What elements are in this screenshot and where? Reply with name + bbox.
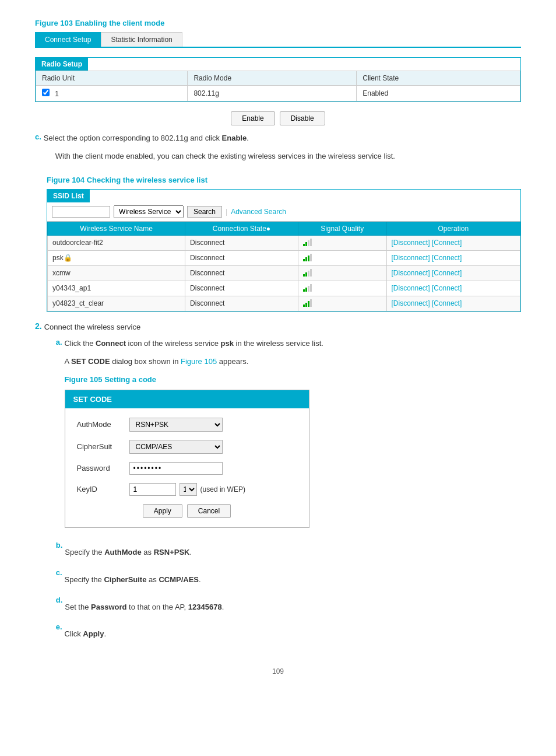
tab-statistic-info[interactable]: Statistic Information xyxy=(101,32,182,47)
signal-bars-1 xyxy=(303,253,312,261)
tab-connect-setup[interactable]: Connect Setup xyxy=(35,32,101,47)
disconnect-link-3[interactable]: [Disconnect] xyxy=(392,284,430,292)
ssid-state-4: Disconnect xyxy=(185,296,298,311)
authmode-label: AuthMode xyxy=(77,420,129,429)
ssid-table: Wireless Service Name Connection State● … xyxy=(47,222,520,312)
ssid-advanced-search-link[interactable]: Advanced Search xyxy=(231,208,286,216)
disable-button[interactable]: Disable xyxy=(280,111,325,125)
keyid-control: 1 (used in WEP) xyxy=(129,483,245,496)
password-row: Password xyxy=(77,462,297,475)
figure-105: Figure 105 Setting a code SET CODE AuthM… xyxy=(65,375,521,528)
connect-link-2[interactable]: [Connect] xyxy=(432,269,462,277)
step-2-content: Connect the wireless service a. Click th… xyxy=(44,321,521,650)
step-2d-label: d. xyxy=(56,596,63,620)
table-row: y04343_ap1 Disconnect [Disconnect] [Conn… xyxy=(48,281,520,296)
set-code-footer: Apply Cancel xyxy=(77,504,297,518)
ssid-op-0: [Disconnect] [Connect] xyxy=(386,235,520,250)
step-2a-sub: A SET CODE dialog box shown in Figure 10… xyxy=(65,356,521,368)
disconnect-link-2[interactable]: [Disconnect] xyxy=(392,269,430,277)
step-c-text: Select the option corresponding to 802.1… xyxy=(44,134,249,142)
tab-bar: Connect Setup Statistic Information xyxy=(35,32,521,48)
connect-link-0[interactable]: [Connect] xyxy=(432,239,462,247)
ssid-name-4: y04823_ct_clear xyxy=(48,296,185,311)
connect-link-4[interactable]: [Connect] xyxy=(432,299,462,307)
keyid-note: (used in WEP) xyxy=(200,485,245,494)
keyid-label: KeyID xyxy=(77,485,129,494)
page-number: 109 xyxy=(35,667,521,676)
connect-link-1[interactable]: [Connect] xyxy=(432,254,462,262)
step-2c-label: c. xyxy=(56,568,62,592)
keyid-input[interactable] xyxy=(129,483,176,496)
step-2a-label: a. xyxy=(56,338,62,537)
ssid-panel: SSID List Wireless Service Search | Adva… xyxy=(47,189,521,312)
step-2-block: 2. Connect the wireless service a. Click… xyxy=(35,321,521,650)
table-row: y04823_ct_clear Disconnect [Disconnect] … xyxy=(48,296,520,311)
radio-mode-cell: 802.11g xyxy=(188,86,357,102)
radio-checkbox[interactable] xyxy=(42,89,50,96)
password-control xyxy=(129,462,223,475)
authmode-row: AuthMode RSN+PSK xyxy=(77,418,297,432)
ssid-col-name: Wireless Service Name xyxy=(48,222,185,235)
ssid-name-3: y04343_ap1 xyxy=(48,281,185,296)
password-label: Password xyxy=(77,464,129,473)
ssid-op-3: [Disconnect] [Connect] xyxy=(386,281,520,296)
step-c-label: c. xyxy=(35,132,41,169)
ssid-toolbar: Wireless Service Search | Advanced Searc… xyxy=(47,202,520,222)
apply-button[interactable]: Apply xyxy=(143,504,182,518)
set-code-header: SET CODE xyxy=(65,390,309,408)
table-row: 1 802.11g Enabled xyxy=(36,86,520,102)
radio-setup-panel: Radio Setup Radio Unit Radio Mode Client… xyxy=(35,57,521,102)
col-client-state: Client State xyxy=(357,71,520,86)
figure-103-title: Figure 103 Enabling the client mode xyxy=(35,19,521,27)
ssid-state-0: Disconnect xyxy=(185,235,298,250)
ssid-op-1: [Disconnect] [Connect] xyxy=(386,250,520,265)
table-row: psk🔒 Disconnect [Disconnect] [Connect] xyxy=(48,250,520,265)
ciphersuit-select[interactable]: CCMP/AES xyxy=(129,440,223,454)
client-state-cell: Enabled xyxy=(357,86,520,102)
signal-bars-3 xyxy=(303,284,312,292)
password-input[interactable] xyxy=(129,462,223,475)
enable-button[interactable]: Enable xyxy=(231,111,275,125)
keyid-row: KeyID 1 (used in WEP) xyxy=(77,483,297,496)
step-2b-content: Specify the AuthMode as RSN+PSK. xyxy=(65,547,521,559)
ssid-col-signal: Signal Quality xyxy=(298,222,386,235)
fig105-link[interactable]: Figure 105 xyxy=(181,357,217,366)
step-2b-label: b. xyxy=(56,541,63,565)
step-c-sub: With the client mode enabled, you can ch… xyxy=(44,150,521,163)
ssid-filter-select[interactable]: Wireless Service xyxy=(114,205,184,218)
step-2e-content: Click Apply. xyxy=(65,628,521,640)
step-2a-content: Click the Connect icon of the wireless s… xyxy=(65,338,521,537)
ssid-op-2: [Disconnect] [Connect] xyxy=(386,265,520,281)
step-2d-content: Set the Password to that on the AP, 1234… xyxy=(65,601,521,614)
step-2e-block: e. Click Apply. xyxy=(44,622,521,646)
disconnect-link-1[interactable]: [Disconnect] xyxy=(392,254,430,262)
connect-link-3[interactable]: [Connect] xyxy=(432,284,462,292)
signal-bars-2 xyxy=(303,268,312,276)
authmode-select[interactable]: RSN+PSK xyxy=(129,418,223,432)
disconnect-link-0[interactable]: [Disconnect] xyxy=(392,239,430,247)
step-c-block: c. Select the option corresponding to 80… xyxy=(35,132,521,169)
keyid-select[interactable]: 1 xyxy=(180,483,197,496)
ssid-signal-1 xyxy=(298,250,386,265)
cancel-button[interactable]: Cancel xyxy=(187,504,231,518)
ssid-name-1: psk🔒 xyxy=(48,250,185,265)
ssid-search-input[interactable] xyxy=(52,206,110,218)
step-2-label: 2. xyxy=(35,321,42,650)
ssid-search-button[interactable]: Search xyxy=(187,206,222,218)
step-2c-block: c. Specify the CipherSuite as CCMP/AES. xyxy=(44,568,521,592)
ciphersuit-row: CipherSuit CCMP/AES xyxy=(77,440,297,454)
ssid-state-2: Disconnect xyxy=(185,265,298,281)
step-c-content: Select the option corresponding to 802.1… xyxy=(44,132,521,169)
authmode-control: RSN+PSK xyxy=(129,418,223,432)
figure-105-title: Figure 105 Setting a code xyxy=(65,375,521,384)
step-2e-label: e. xyxy=(56,622,62,646)
signal-bars-4 xyxy=(303,299,312,307)
step-2a-block: a. Click the Connect icon of the wireles… xyxy=(44,338,521,537)
ssid-name-2: xcmw xyxy=(48,265,185,281)
figure-104: Figure 104 Checking the wireless service… xyxy=(35,176,521,312)
radio-unit-cell: 1 xyxy=(36,86,188,102)
ssid-col-op: Operation xyxy=(386,222,520,235)
ssid-signal-3 xyxy=(298,281,386,296)
set-code-body: AuthMode RSN+PSK CipherSuit xyxy=(65,408,309,527)
disconnect-link-4[interactable]: [Disconnect] xyxy=(392,299,430,307)
